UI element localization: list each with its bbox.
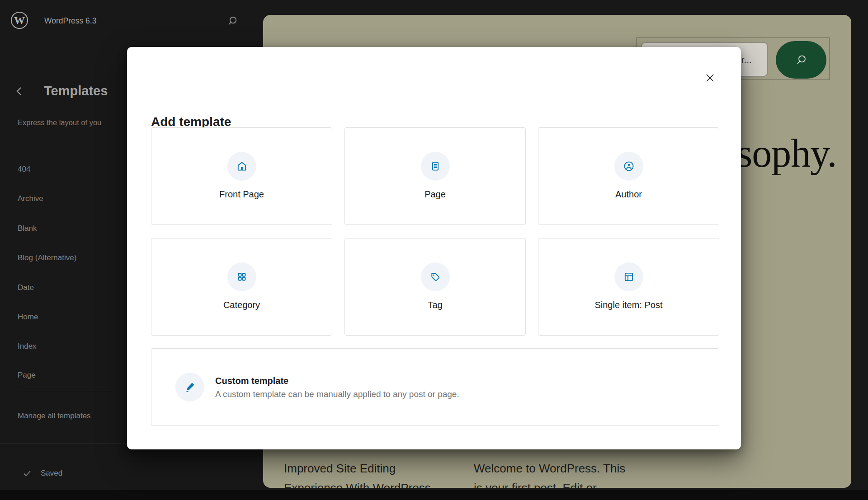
bottom-edge-strip [0, 490, 868, 500]
back-chevron-icon[interactable] [14, 86, 24, 97]
saved-label: Saved [41, 469, 62, 478]
option-label: Single item: Post [594, 299, 662, 310]
sidebar-item-404[interactable]: 404 [18, 164, 30, 174]
custom-template-text: Custom template A custom template can be… [215, 375, 459, 400]
option-category[interactable]: Category [151, 238, 332, 336]
tag-icon [421, 262, 450, 291]
option-label: Front Page [219, 189, 264, 200]
search-icon [794, 53, 808, 67]
option-page[interactable]: Page [344, 127, 526, 225]
close-icon [705, 73, 715, 83]
pencil-icon [175, 373, 204, 402]
post-title: Improved Site Editing Experience With Wo… [284, 459, 435, 488]
sidebar-item-blank[interactable]: Blank [18, 224, 37, 234]
sidebar-item-page[interactable]: Page [18, 370, 36, 380]
custom-template-title: Custom template [215, 375, 459, 387]
author-icon [614, 152, 643, 181]
option-front-page[interactable]: Front Page [151, 127, 332, 225]
option-tag[interactable]: Tag [344, 238, 526, 336]
option-label: Author [615, 189, 642, 200]
layout-icon [614, 262, 643, 291]
site-search-input-text: r... [741, 54, 752, 65]
site-title: WordPress 6.3 [44, 16, 96, 26]
custom-template-description: A custom template can be manually applie… [215, 389, 459, 400]
sidebar-item-blog-alternative[interactable]: Blog (Alternative) [18, 253, 76, 263]
option-author[interactable]: Author [538, 127, 719, 225]
sidebar-item-archive[interactable]: Archive [18, 194, 43, 204]
sidebar-heading: Templates [44, 84, 108, 98]
sidebar-item-index[interactable]: Index [18, 341, 37, 351]
option-label: Page [425, 189, 446, 200]
manage-all-templates-link[interactable]: Manage all templates [18, 411, 91, 421]
wordpress-logo-icon[interactable]: W [11, 12, 28, 29]
sidebar-item-date[interactable]: Date [18, 283, 34, 293]
search-icon[interactable] [226, 15, 239, 28]
home-icon [227, 152, 256, 181]
site-hero-heading: sophy. [737, 131, 837, 176]
page-icon [421, 152, 450, 181]
site-editor-screen: W WordPress 6.3 Templates Express the la… [0, 0, 868, 500]
add-template-modal: Add template Select what the new templat… [127, 47, 741, 449]
category-icon [227, 262, 256, 291]
site-search-button[interactable] [776, 41, 826, 79]
template-options-grid: Front Page Page [151, 127, 719, 336]
option-label: Category [223, 299, 260, 310]
option-label: Tag [428, 299, 442, 310]
post-excerpt: Welcome to WordPress. This is your first… [474, 459, 631, 488]
sidebar-item-home[interactable]: Home [18, 312, 38, 322]
option-custom-template[interactable]: Custom template A custom template can be… [151, 348, 719, 426]
save-status: Saved [23, 469, 62, 478]
sidebar-description: Express the layout of you [18, 118, 127, 127]
check-icon [23, 469, 32, 477]
option-single-item-post[interactable]: Single item: Post [538, 238, 719, 336]
close-button[interactable] [699, 67, 721, 89]
